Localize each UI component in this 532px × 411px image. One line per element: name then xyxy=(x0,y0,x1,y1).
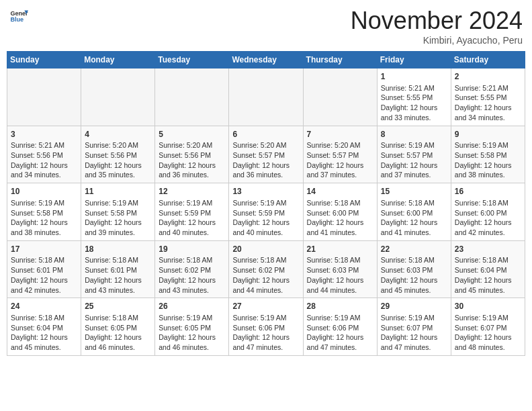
day-number: 24 xyxy=(11,301,77,312)
col-saturday: Saturday xyxy=(451,52,525,68)
day-info: Sunrise: 5:18 AMSunset: 6:00 PMDaylight:… xyxy=(381,198,447,238)
calendar-cell: 1Sunrise: 5:21 AMSunset: 5:55 PMDaylight… xyxy=(377,68,451,126)
day-number: 5 xyxy=(159,129,225,140)
calendar-cell: 12Sunrise: 5:19 AMSunset: 5:59 PMDayligh… xyxy=(155,183,229,241)
calendar-cell: 26Sunrise: 5:19 AMSunset: 6:05 PMDayligh… xyxy=(155,298,229,356)
day-number: 12 xyxy=(159,186,225,197)
day-number: 23 xyxy=(455,244,521,255)
calendar-cell: 14Sunrise: 5:18 AMSunset: 6:00 PMDayligh… xyxy=(303,183,377,241)
day-info: Sunrise: 5:19 AMSunset: 6:07 PMDaylight:… xyxy=(381,313,447,353)
day-number: 22 xyxy=(381,244,447,255)
day-info: Sunrise: 5:18 AMSunset: 6:00 PMDaylight:… xyxy=(455,198,521,238)
day-info: Sunrise: 5:19 AMSunset: 5:58 PMDaylight:… xyxy=(455,140,521,180)
day-number: 7 xyxy=(307,129,373,140)
day-number: 18 xyxy=(85,244,151,255)
calendar-week-2: 3Sunrise: 5:21 AMSunset: 5:56 PMDaylight… xyxy=(7,126,525,183)
calendar-cell: 10Sunrise: 5:19 AMSunset: 5:58 PMDayligh… xyxy=(7,183,81,241)
location: Kimbiri, Ayacucho, Peru xyxy=(351,35,523,46)
day-number: 25 xyxy=(85,301,151,312)
calendar-cell: 29Sunrise: 5:19 AMSunset: 6:07 PMDayligh… xyxy=(377,298,451,356)
calendar-cell: 27Sunrise: 5:19 AMSunset: 6:06 PMDayligh… xyxy=(229,298,303,356)
day-info: Sunrise: 5:19 AMSunset: 5:58 PMDaylight:… xyxy=(85,198,151,238)
day-info: Sunrise: 5:18 AMSunset: 6:02 PMDaylight:… xyxy=(232,255,299,295)
day-info: Sunrise: 5:19 AMSunset: 5:59 PMDaylight:… xyxy=(159,198,225,238)
page-header: General Blue November 2024 Kimbiri, Ayac… xyxy=(7,7,525,46)
month-title: November 2024 xyxy=(351,7,523,35)
day-info: Sunrise: 5:18 AMSunset: 6:04 PMDaylight:… xyxy=(455,255,521,295)
day-info: Sunrise: 5:19 AMSunset: 6:07 PMDaylight:… xyxy=(455,313,521,353)
col-friday: Friday xyxy=(377,52,451,68)
calendar-cell: 19Sunrise: 5:18 AMSunset: 6:02 PMDayligh… xyxy=(155,240,229,298)
day-info: Sunrise: 5:21 AMSunset: 5:55 PMDaylight:… xyxy=(381,83,447,123)
day-info: Sunrise: 5:21 AMSunset: 5:56 PMDaylight:… xyxy=(11,140,77,180)
day-info: Sunrise: 5:19 AMSunset: 5:58 PMDaylight:… xyxy=(11,198,77,238)
logo-icon: General Blue xyxy=(9,7,28,26)
calendar-cell: 9Sunrise: 5:19 AMSunset: 5:58 PMDaylight… xyxy=(451,126,525,183)
calendar-cell: 20Sunrise: 5:18 AMSunset: 6:02 PMDayligh… xyxy=(229,240,303,298)
day-number: 20 xyxy=(232,244,299,255)
calendar-cell: 24Sunrise: 5:18 AMSunset: 6:04 PMDayligh… xyxy=(7,298,81,356)
calendar-cell: 6Sunrise: 5:20 AMSunset: 5:57 PMDaylight… xyxy=(229,126,303,183)
calendar-cell xyxy=(81,68,155,126)
col-sunday: Sunday xyxy=(7,52,81,68)
day-info: Sunrise: 5:19 AMSunset: 5:57 PMDaylight:… xyxy=(381,140,447,180)
day-number: 15 xyxy=(381,186,447,197)
day-number: 11 xyxy=(85,186,151,197)
day-number: 19 xyxy=(159,244,225,255)
calendar-cell xyxy=(155,68,229,126)
day-info: Sunrise: 5:21 AMSunset: 5:55 PMDaylight:… xyxy=(455,83,521,123)
day-number: 16 xyxy=(455,186,521,197)
day-info: Sunrise: 5:18 AMSunset: 6:02 PMDaylight:… xyxy=(159,255,225,295)
day-info: Sunrise: 5:20 AMSunset: 5:57 PMDaylight:… xyxy=(307,140,373,180)
calendar-cell: 17Sunrise: 5:18 AMSunset: 6:01 PMDayligh… xyxy=(7,240,81,298)
calendar-cell: 5Sunrise: 5:20 AMSunset: 5:56 PMDaylight… xyxy=(155,126,229,183)
day-info: Sunrise: 5:18 AMSunset: 6:03 PMDaylight:… xyxy=(381,255,447,295)
calendar-cell: 11Sunrise: 5:19 AMSunset: 5:58 PMDayligh… xyxy=(81,183,155,241)
calendar-cell: 2Sunrise: 5:21 AMSunset: 5:55 PMDaylight… xyxy=(451,68,525,126)
day-number: 30 xyxy=(455,301,521,312)
day-number: 10 xyxy=(11,186,77,197)
col-tuesday: Tuesday xyxy=(155,52,229,68)
day-number: 1 xyxy=(381,71,447,83)
calendar-cell xyxy=(7,68,81,126)
calendar-cell: 22Sunrise: 5:18 AMSunset: 6:03 PMDayligh… xyxy=(377,240,451,298)
day-info: Sunrise: 5:19 AMSunset: 6:06 PMDaylight:… xyxy=(307,313,373,353)
calendar-cell: 15Sunrise: 5:18 AMSunset: 6:00 PMDayligh… xyxy=(377,183,451,241)
day-number: 14 xyxy=(307,186,373,197)
day-info: Sunrise: 5:18 AMSunset: 6:05 PMDaylight:… xyxy=(85,313,151,353)
calendar-week-3: 10Sunrise: 5:19 AMSunset: 5:58 PMDayligh… xyxy=(7,183,525,241)
day-number: 17 xyxy=(11,244,77,255)
day-number: 27 xyxy=(232,301,299,312)
day-number: 28 xyxy=(307,301,373,312)
title-block: November 2024 Kimbiri, Ayacucho, Peru xyxy=(351,7,523,46)
day-number: 9 xyxy=(455,129,521,140)
calendar-week-1: 1Sunrise: 5:21 AMSunset: 5:55 PMDaylight… xyxy=(7,68,525,126)
col-wednesday: Wednesday xyxy=(229,52,303,68)
day-number: 2 xyxy=(455,71,521,83)
logo: General Blue xyxy=(9,7,28,26)
day-info: Sunrise: 5:18 AMSunset: 6:03 PMDaylight:… xyxy=(307,255,373,295)
calendar-cell xyxy=(229,68,303,126)
calendar-cell: 21Sunrise: 5:18 AMSunset: 6:03 PMDayligh… xyxy=(303,240,377,298)
day-number: 26 xyxy=(159,301,225,312)
day-info: Sunrise: 5:20 AMSunset: 5:56 PMDaylight:… xyxy=(159,140,225,180)
calendar-cell: 13Sunrise: 5:19 AMSunset: 5:59 PMDayligh… xyxy=(229,183,303,241)
day-info: Sunrise: 5:18 AMSunset: 6:01 PMDaylight:… xyxy=(85,255,151,295)
calendar-cell: 3Sunrise: 5:21 AMSunset: 5:56 PMDaylight… xyxy=(7,126,81,183)
calendar-header-row: Sunday Monday Tuesday Wednesday Thursday… xyxy=(7,52,525,68)
calendar-cell xyxy=(303,68,377,126)
day-info: Sunrise: 5:18 AMSunset: 6:04 PMDaylight:… xyxy=(11,313,77,353)
day-info: Sunrise: 5:19 AMSunset: 6:06 PMDaylight:… xyxy=(232,313,299,353)
day-info: Sunrise: 5:20 AMSunset: 5:57 PMDaylight:… xyxy=(232,140,299,180)
calendar-week-4: 17Sunrise: 5:18 AMSunset: 6:01 PMDayligh… xyxy=(7,240,525,298)
calendar-cell: 30Sunrise: 5:19 AMSunset: 6:07 PMDayligh… xyxy=(451,298,525,356)
calendar-cell: 7Sunrise: 5:20 AMSunset: 5:57 PMDaylight… xyxy=(303,126,377,183)
calendar-cell: 25Sunrise: 5:18 AMSunset: 6:05 PMDayligh… xyxy=(81,298,155,356)
calendar-cell: 23Sunrise: 5:18 AMSunset: 6:04 PMDayligh… xyxy=(451,240,525,298)
calendar-table: Sunday Monday Tuesday Wednesday Thursday… xyxy=(7,51,525,356)
calendar-week-5: 24Sunrise: 5:18 AMSunset: 6:04 PMDayligh… xyxy=(7,298,525,356)
day-info: Sunrise: 5:18 AMSunset: 6:01 PMDaylight:… xyxy=(11,255,77,295)
day-number: 3 xyxy=(11,129,77,140)
day-number: 4 xyxy=(85,129,151,140)
day-info: Sunrise: 5:19 AMSunset: 6:05 PMDaylight:… xyxy=(159,313,225,353)
